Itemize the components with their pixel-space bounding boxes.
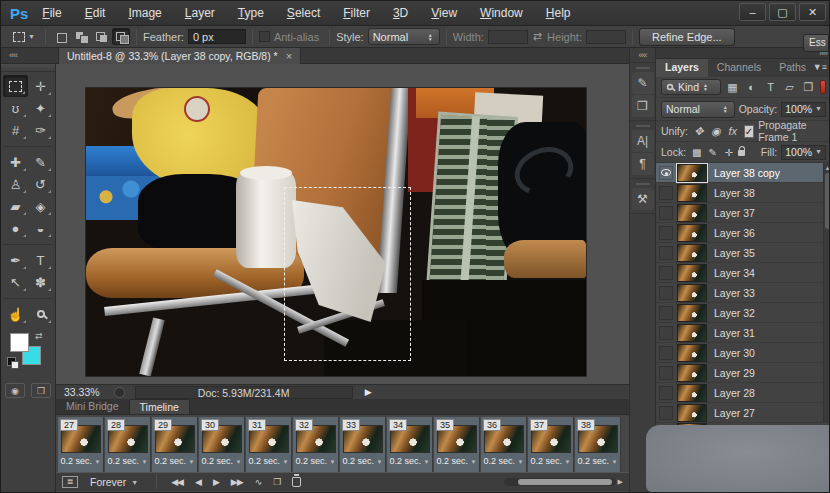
new-selection-button[interactable]	[52, 28, 70, 45]
path-selection-tool[interactable]: ↖	[3, 271, 28, 293]
rectangular-marquee-tool[interactable]	[3, 75, 28, 97]
scroll-up-icon[interactable]: ▲	[824, 163, 830, 171]
layers-scrollbar[interactable]: ▲	[823, 163, 830, 423]
filter-kind-select[interactable]: Kind	[661, 79, 721, 95]
visibility-toggle[interactable]	[659, 266, 673, 280]
layer-row[interactable]: Layer 38	[656, 183, 830, 203]
subtract-from-selection-button[interactable]	[92, 28, 110, 45]
tab-layers[interactable]: Layers	[656, 59, 708, 77]
status-menu-arrow-icon[interactable]: ▶	[365, 387, 372, 397]
propagate-checkbox[interactable]: ✓	[744, 125, 754, 138]
move-tool[interactable]: ✛	[28, 75, 53, 97]
visibility-toggle[interactable]	[659, 206, 673, 220]
dock-grip[interactable]	[636, 183, 650, 185]
document-canvas[interactable]	[86, 88, 586, 376]
menu-help[interactable]: Help	[546, 6, 571, 20]
frame-duration[interactable]: 0.2 sec. ▼	[343, 456, 383, 466]
brush-panel-icon[interactable]: ✎	[632, 72, 654, 94]
visibility-toggle[interactable]	[659, 366, 673, 380]
layer-row[interactable]: Layer 34	[656, 263, 830, 283]
frame-duration[interactable]: 0.2 sec. ▼	[578, 456, 618, 466]
layer-row[interactable]: Layer 29	[656, 363, 830, 383]
animation-frame[interactable]: 310.2 sec. ▼	[246, 417, 292, 472]
pen-tool[interactable]: ✒	[3, 249, 28, 271]
panel-menu-icon[interactable]: ▼≡	[813, 62, 827, 72]
layer-row[interactable]: Layer 31	[656, 323, 830, 343]
animation-frame[interactable]: 380.2 sec. ▼	[575, 417, 621, 472]
scrollbar-handle[interactable]	[518, 479, 612, 485]
menu-view[interactable]: View	[431, 6, 457, 20]
menu-layer[interactable]: Layer	[185, 6, 215, 20]
animation-frame[interactable]: 280.2 sec. ▼	[105, 417, 151, 472]
layer-row[interactable]: Layer 35	[656, 243, 830, 263]
tab-mini-bridge[interactable]: Mini Bridge	[56, 399, 129, 414]
quick-selection-tool[interactable]: ✦	[28, 97, 53, 119]
frame-duration[interactable]: 0.2 sec. ▼	[390, 456, 430, 466]
visibility-toggle[interactable]	[659, 326, 673, 340]
delete-frame-button[interactable]	[292, 477, 301, 487]
visibility-toggle[interactable]	[659, 406, 673, 420]
add-to-selection-button[interactable]	[72, 28, 90, 45]
frame-duration[interactable]: 0.2 sec. ▼	[249, 456, 289, 466]
close-button[interactable]: ✕	[799, 3, 826, 21]
height-input[interactable]	[586, 30, 626, 44]
visibility-toggle[interactable]	[659, 226, 673, 240]
hand-tool[interactable]: ☝	[3, 303, 28, 325]
visibility-toggle[interactable]	[659, 346, 673, 360]
layer-row[interactable]: Layer 37	[656, 203, 830, 223]
dock-grip[interactable]	[636, 67, 650, 69]
animation-frame[interactable]: 370.2 sec. ▼	[528, 417, 574, 472]
canvas-area[interactable]	[56, 64, 629, 384]
frame-duration[interactable]: 0.2 sec. ▼	[61, 456, 101, 466]
next-frame-button[interactable]: ▶▶	[231, 477, 243, 487]
feather-input[interactable]	[188, 29, 246, 44]
type-tool[interactable]: T	[28, 249, 53, 271]
frame-duration[interactable]: 0.2 sec. ▼	[296, 456, 336, 466]
visibility-toggle[interactable]	[659, 246, 673, 260]
eyedropper-tool[interactable]: ✑	[28, 119, 53, 141]
menu-3d[interactable]: 3D	[393, 6, 408, 20]
tool-presets-panel-icon[interactable]: ⚒	[632, 188, 654, 210]
frame-duration[interactable]: 0.2 sec. ▼	[108, 456, 148, 466]
animation-frame[interactable]: 300.2 sec. ▼	[199, 417, 245, 472]
clone-source-panel-icon[interactable]: ❐	[632, 95, 654, 117]
layer-row[interactable]: Layer 32	[656, 303, 830, 323]
fill-value[interactable]: 100% ▼	[781, 145, 826, 160]
tool-preset-picker[interactable]: ▼	[9, 30, 39, 44]
menu-filter[interactable]: Filter	[343, 6, 370, 20]
history-brush-tool[interactable]: ↺	[28, 173, 53, 195]
quick-mask-button[interactable]: ◉	[5, 383, 25, 398]
previous-frame-button[interactable]: ◀	[195, 477, 201, 487]
document-tab[interactable]: Untitled-8 @ 33.3% (Layer 38 copy, RGB/8…	[58, 48, 301, 64]
animation-frame[interactable]: 270.2 sec. ▼	[58, 417, 104, 472]
animation-frame[interactable]: 340.2 sec. ▼	[387, 417, 433, 472]
layer-row[interactable]: Layer 38 copy	[656, 163, 830, 183]
menu-image[interactable]: Image	[128, 6, 161, 20]
maximize-button[interactable]: ▢	[769, 3, 796, 21]
visibility-toggle[interactable]	[659, 386, 673, 400]
layer-row[interactable]: Layer 28	[656, 383, 830, 403]
frame-duration[interactable]: 0.2 sec. ▼	[531, 456, 571, 466]
workspace-button[interactable]: Ess	[803, 34, 829, 52]
foreground-color-swatch[interactable]	[10, 333, 29, 352]
visibility-toggle[interactable]	[659, 286, 673, 300]
play-button[interactable]: ▶	[213, 477, 219, 487]
scrollbar-track[interactable]	[504, 478, 616, 486]
scrollbar-handle[interactable]	[825, 173, 830, 229]
animation-frame[interactable]: 360.2 sec. ▼	[481, 417, 527, 472]
zoom-level[interactable]: 33.33%	[64, 386, 100, 398]
convert-to-timeline-icon[interactable]: ≣	[62, 476, 78, 488]
layer-row[interactable]: Layer 27	[656, 403, 830, 423]
crop-tool[interactable]: #	[3, 119, 28, 141]
first-frame-button[interactable]: ◀◀	[171, 477, 183, 487]
tab-timeline[interactable]: Timeline	[129, 399, 190, 414]
animation-frame[interactable]: 350.2 sec. ▼	[434, 417, 480, 472]
width-input[interactable]	[488, 30, 528, 44]
animation-frame[interactable]: 330.2 sec. ▼	[340, 417, 386, 472]
eraser-tool[interactable]: ▰	[3, 195, 28, 217]
lasso-tool[interactable]: ʊ	[3, 97, 28, 119]
tab-paths[interactable]: Paths	[770, 59, 815, 77]
duplicate-frame-button[interactable]: ❐	[273, 477, 280, 487]
timeline-scrollbar[interactable]: ▶	[504, 478, 623, 486]
paragraph-panel-icon[interactable]: ¶	[632, 153, 654, 175]
